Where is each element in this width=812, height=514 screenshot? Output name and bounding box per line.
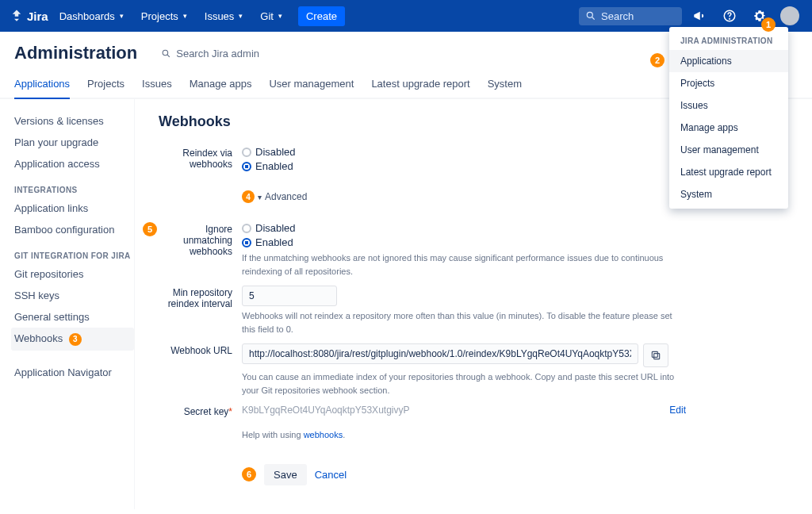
user-avatar[interactable] [777,3,802,29]
callout-3: 3 [69,333,82,346]
tab-applications[interactable]: Applications [14,70,70,99]
feedback-icon[interactable] [687,3,712,29]
product-footer-links: www.bigbrassband.com Email BigBrassBand … [0,509,812,515]
create-button[interactable]: Create [298,6,345,26]
svg-point-3 [730,18,730,19]
save-button[interactable]: Save [264,464,307,485]
svg-line-5 [167,55,170,57]
tab-upgrade-report[interactable]: Latest upgrade report [371,70,469,98]
callout-4: 4 [242,190,255,203]
dropdown-manage-apps[interactable]: Manage apps [669,117,788,139]
secret-value: K9bLYgqReOt4UYqAoqktpY53XutgivyP [242,405,661,416]
dropdown-user-management[interactable]: User management [669,139,788,161]
webhook-url-label: Webhook URL [159,343,242,356]
cancel-link[interactable]: Cancel [315,469,347,481]
callout-6: 6 [242,467,256,481]
jira-icon [10,9,24,23]
admin-search[interactable]: Search Jira admin [161,48,259,59]
search-icon [161,48,171,59]
min-interval-label: Min repository reindex interval [159,286,242,309]
ignore-label: Ignore unmatching webhooks [159,222,242,257]
admin-title: Administration [14,43,137,63]
svg-rect-6 [654,354,660,359]
sidebar-plan-upgrade[interactable]: Plan your upgrade [11,132,134,153]
sidebar: Versions & licenses Plan your upgrade Ap… [0,99,135,509]
sidebar-app-navigator[interactable]: Application Navigator [11,362,134,383]
question-icon [722,9,737,23]
copy-button[interactable] [643,343,668,367]
dropdown-system[interactable]: System [669,183,788,205]
admin-dropdown: JIRA ADMINISTRATION 2 Applications Proje… [669,27,788,209]
svg-rect-7 [652,351,657,357]
reindex-enabled-radio[interactable]: Enabled [242,160,686,172]
tab-projects[interactable]: Projects [87,70,124,98]
secret-label: Secret key* [159,405,242,417]
reindex-label: Reindex via webhooks [159,146,242,170]
callout-2: 2 [650,53,665,67]
tab-system[interactable]: System [488,70,522,98]
dropdown-projects[interactable]: Projects [669,72,788,94]
settings-icon[interactable]: 1 [747,3,772,29]
tab-issues[interactable]: Issues [142,70,172,98]
callout-1: 1 [761,17,776,32]
dropdown-header: JIRA ADMINISTRATION [669,30,788,50]
nav-issues[interactable]: Issues [198,6,250,27]
svg-point-0 [587,12,592,17]
megaphone-icon [692,9,707,23]
svg-point-4 [163,50,168,55]
help-icon[interactable] [717,3,742,29]
sidebar-integrations-header: INTEGRATIONS [11,175,134,198]
copy-icon [650,350,661,361]
sidebar-webhooks[interactable]: Webhooks 3 [11,328,134,351]
ignore-help: If the unmatching webhooks are not ignor… [242,251,686,278]
min-interval-input[interactable] [242,286,337,306]
callout-5: 5 [143,222,157,236]
dropdown-issues[interactable]: Issues [669,94,788,117]
sidebar-app-access[interactable]: Application access [11,153,134,175]
help-text: Help with using webhooks. [242,428,686,442]
ignore-disabled-radio[interactable]: Disabled [242,222,686,234]
svg-line-1 [592,17,595,20]
sidebar-bamboo[interactable]: Bamboo configuration [11,219,134,240]
global-search[interactable]: Search [579,7,682,25]
ignore-enabled-radio[interactable]: Enabled [242,236,686,248]
sidebar-gij-header: GIT INTEGRATION FOR JIRA [11,240,134,263]
jira-logo[interactable]: Jira [10,9,48,23]
sidebar-app-links[interactable]: Application links [11,198,134,219]
search-icon [585,10,596,21]
webhook-url-help: You can cause an immediate index of your… [242,370,686,397]
webhooks-help-link[interactable]: webhooks [304,430,343,439]
dropdown-applications[interactable]: 2 Applications [669,50,788,72]
sidebar-git-repos[interactable]: Git repositories [11,263,134,285]
reindex-disabled-radio[interactable]: Disabled [242,146,686,158]
nav-dashboards[interactable]: Dashboards [53,6,130,27]
dropdown-upgrade-report[interactable]: Latest upgrade report [669,161,788,183]
webhook-url-input[interactable] [242,343,638,364]
min-interval-help: Webhooks will not reindex a repository m… [242,309,686,336]
advanced-toggle[interactable]: 4 ▾ Advanced [242,190,686,203]
tab-user-management[interactable]: User management [269,70,354,98]
sidebar-ssh-keys[interactable]: SSH keys [11,285,134,306]
sidebar-general-settings[interactable]: General settings [11,306,134,328]
tab-manage-apps[interactable]: Manage apps [190,70,252,98]
nav-projects[interactable]: Projects [135,6,193,27]
nav-git[interactable]: Git [254,6,289,27]
edit-secret-link[interactable]: Edit [669,405,686,416]
sidebar-versions[interactable]: Versions & licenses [11,110,134,132]
